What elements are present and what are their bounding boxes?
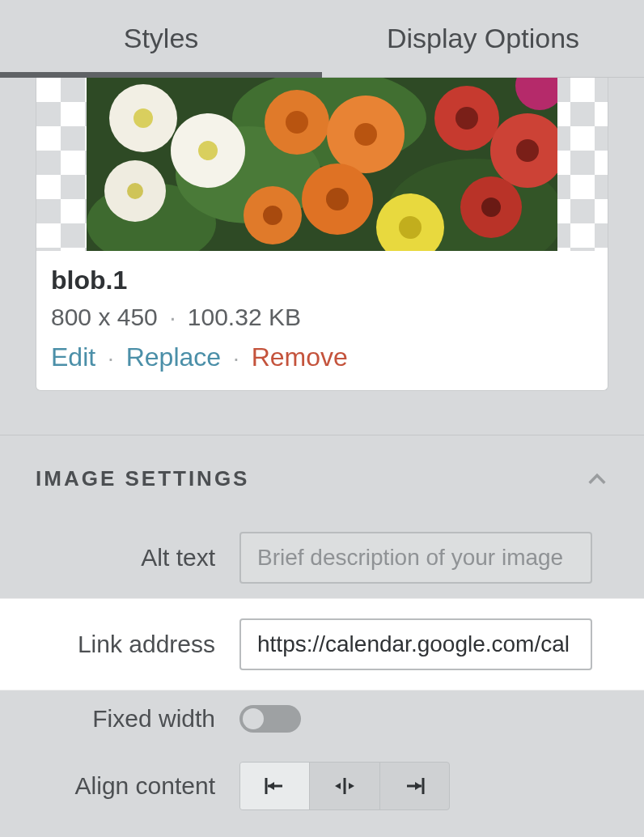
image-filesize: 100.32 KB: [188, 304, 301, 330]
link-address-input[interactable]: [239, 618, 592, 670]
remove-link[interactable]: Remove: [252, 342, 348, 372]
align-left-button[interactable]: [240, 763, 310, 809]
svg-point-26: [399, 216, 422, 239]
svg-point-20: [455, 107, 478, 130]
separator-dot: ·: [164, 304, 180, 330]
link-address-label: Link address: [0, 631, 239, 658]
image-preview-card: blob.1 800 x 450 · 100.32 KB Edit · Repl…: [36, 78, 608, 391]
svg-point-14: [354, 123, 377, 146]
image-actions: Edit · Replace · Remove: [51, 342, 593, 372]
image-filename: blob.1: [51, 266, 593, 295]
svg-point-16: [326, 188, 349, 210]
align-content-label: Align content: [0, 772, 239, 800]
svg-point-12: [286, 111, 308, 134]
tabs: Styles Display Options: [0, 0, 644, 78]
svg-point-6: [133, 108, 153, 128]
svg-point-10: [127, 183, 143, 199]
row-link-address: Link address: [0, 598, 644, 690]
svg-marker-30: [268, 782, 274, 790]
svg-point-22: [516, 139, 539, 162]
separator-dot: ·: [228, 346, 244, 371]
row-align-content: Align content: [0, 747, 644, 825]
alt-text-label: Alt text: [0, 544, 239, 571]
svg-point-24: [481, 198, 501, 217]
fixed-width-toggle[interactable]: [239, 705, 301, 733]
fixed-width-label: Fixed width: [0, 705, 239, 733]
chevron-up-icon[interactable]: [586, 468, 608, 491]
section-title: IMAGE SETTINGS: [36, 466, 249, 491]
image-meta-row: 800 x 450 · 100.32 KB: [51, 304, 593, 331]
edit-link[interactable]: Edit: [51, 342, 95, 372]
svg-point-8: [198, 141, 218, 160]
image-thumbnail[interactable]: [87, 78, 557, 251]
svg-point-18: [263, 206, 282, 225]
tab-display-options[interactable]: Display Options: [322, 0, 644, 77]
svg-marker-32: [335, 783, 341, 789]
replace-link[interactable]: Replace: [126, 342, 221, 372]
align-content-group: [239, 762, 450, 810]
section-header[interactable]: IMAGE SETTINGS: [0, 435, 644, 517]
align-center-button[interactable]: [310, 763, 379, 809]
svg-marker-33: [349, 783, 354, 789]
row-alt-text: Alt text: [0, 517, 644, 598]
image-dimensions: 800 x 450: [51, 304, 158, 330]
tab-styles[interactable]: Styles: [0, 0, 322, 77]
image-info: blob.1 800 x 450 · 100.32 KB Edit · Repl…: [36, 251, 608, 390]
align-right-button[interactable]: [380, 763, 449, 809]
separator-dot: ·: [103, 346, 119, 371]
image-preview-canvas: [36, 78, 608, 251]
alt-text-input[interactable]: [239, 532, 592, 584]
row-fixed-width: Fixed width: [0, 690, 644, 747]
svg-marker-36: [415, 782, 422, 790]
